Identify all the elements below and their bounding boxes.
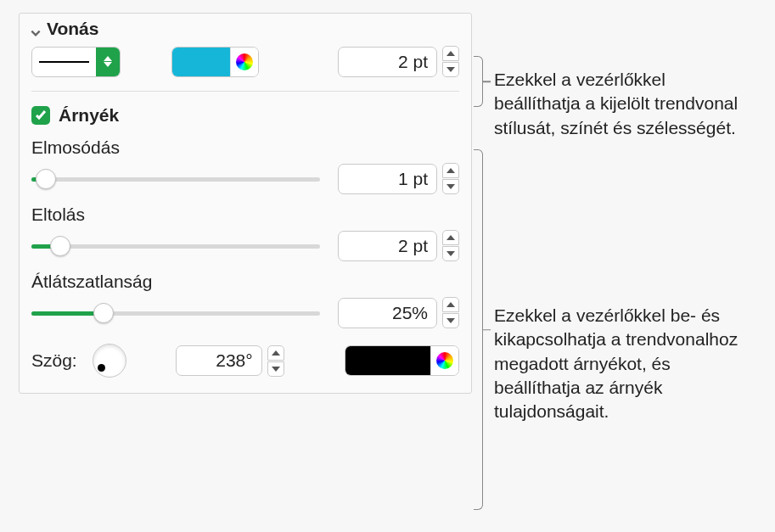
- offset-input[interactable]: 2 pt: [338, 231, 437, 261]
- stroke-header[interactable]: Vonás: [20, 19, 471, 44]
- shadow-checkbox-row: Árnyék: [20, 105, 471, 137]
- opacity-slider[interactable]: [31, 303, 320, 323]
- step-up-button[interactable]: [442, 297, 459, 312]
- shadow-checkbox[interactable]: [31, 106, 50, 125]
- offset-param: Eltolás 2 pt: [20, 204, 471, 272]
- angle-input[interactable]: 238°: [176, 345, 262, 376]
- stroke-color-swatch: [172, 48, 230, 76]
- step-up-button[interactable]: [267, 345, 284, 361]
- callout-bracket-icon: [474, 56, 483, 107]
- angle-dial[interactable]: [93, 344, 126, 378]
- callout-bracket-icon: [474, 149, 483, 510]
- color-wheel-icon[interactable]: [430, 346, 458, 375]
- step-down-button[interactable]: [442, 246, 459, 261]
- chevron-down-icon: [30, 23, 42, 35]
- line-style-icon: [32, 48, 96, 76]
- step-down-button[interactable]: [442, 179, 459, 194]
- offset-slider[interactable]: [31, 236, 320, 256]
- color-wheel-icon[interactable]: [230, 48, 258, 76]
- blur-param: Elmosódás 1 pt: [20, 137, 471, 204]
- step-up-button[interactable]: [442, 230, 459, 245]
- callout-shadow: Ezekkel a vezérlőkkel be- és kikapcsolha…: [494, 304, 753, 424]
- stroke-title: Vonás: [47, 19, 98, 39]
- stroke-width-field: 2 pt: [338, 46, 459, 77]
- step-down-button[interactable]: [267, 361, 284, 377]
- opacity-label: Átlátszatlanság: [31, 272, 459, 292]
- blur-slider[interactable]: [31, 169, 320, 189]
- stroke-color-well[interactable]: [171, 47, 259, 77]
- angle-row: Szög: 238°: [20, 339, 471, 378]
- opacity-param: Átlátszatlanság 25%: [20, 272, 471, 339]
- stroke-width-stepper: [442, 46, 459, 77]
- stroke-style-popup[interactable]: [31, 47, 121, 77]
- inspector-panel: Vonás 2 pt Árnyék Elmosó: [19, 13, 472, 394]
- divider: [31, 91, 459, 92]
- step-down-button[interactable]: [442, 62, 459, 77]
- stroke-width-input[interactable]: 2 pt: [338, 47, 437, 77]
- shadow-title: Árnyék: [59, 105, 119, 126]
- dial-indicator: [98, 364, 105, 372]
- shadow-color-swatch: [345, 346, 430, 375]
- angle-label: Szög:: [31, 350, 77, 371]
- blur-input[interactable]: 1 pt: [338, 164, 437, 194]
- callout-stroke: Ezekkel a vezérlőkkel beállíthatja a kij…: [494, 68, 753, 140]
- step-up-button[interactable]: [442, 163, 459, 178]
- step-down-button[interactable]: [442, 313, 459, 328]
- opacity-input[interactable]: 25%: [338, 298, 437, 328]
- shadow-color-well[interactable]: [345, 345, 459, 376]
- offset-label: Eltolás: [31, 204, 459, 225]
- step-up-button[interactable]: [442, 46, 459, 61]
- stroke-controls-row: 2 pt: [20, 44, 471, 91]
- popup-caret-icon: [96, 48, 120, 76]
- blur-label: Elmosódás: [31, 137, 459, 158]
